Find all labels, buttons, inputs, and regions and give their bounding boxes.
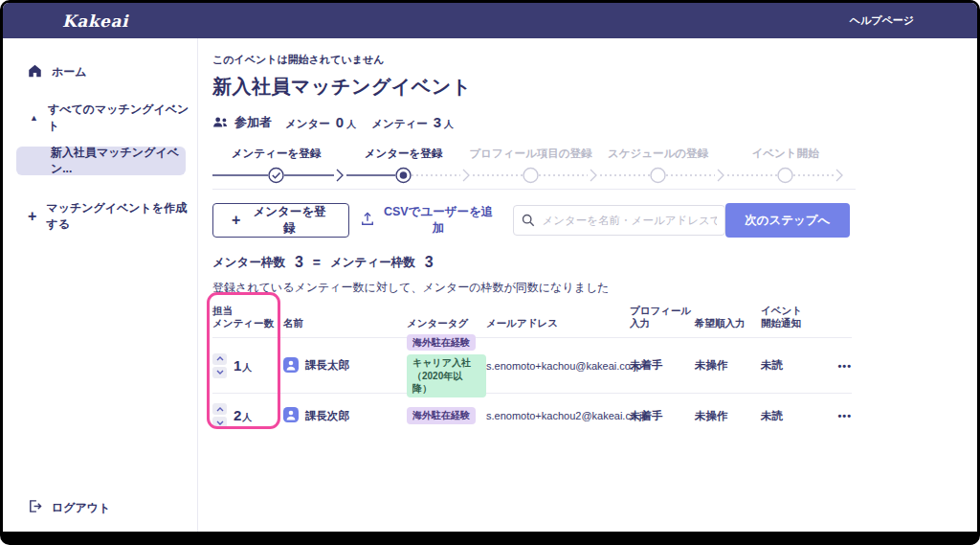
search-icon <box>522 214 535 227</box>
sidebar-all-events-label: すべてのマッチングイベント <box>48 102 197 134</box>
slot-counts: メンター枠数 3 = メンティー枠数 3 <box>212 254 977 271</box>
sidebar-item-create-event[interactable]: + マッチングイベントを作成する <box>28 200 197 233</box>
mentee-count-value: 3 <box>434 114 441 130</box>
screenshot-frame: Kakeai ヘルプページ ホーム ▲ すべてのマッチングイベント 新入社員マッ… <box>0 0 980 545</box>
decrement-button[interactable] <box>212 417 227 428</box>
count-stepper <box>212 353 227 378</box>
toolbar: + メンターを登録 CSVでユーザーを追加 次のステップへ <box>212 203 850 238</box>
preference-status: 未操作 <box>695 358 761 373</box>
increment-button[interactable] <box>212 353 227 365</box>
sidebar-item-home[interactable]: ホーム <box>28 64 197 80</box>
assigned-count-value: 1 <box>234 357 241 374</box>
chevron-up-icon <box>216 356 224 361</box>
mentor-slots-value: 3 <box>295 254 303 271</box>
mentor-name: 課長太郎 <box>305 358 349 373</box>
header-event-notification: イベント 開始通知 <box>761 305 826 330</box>
notification-status: 未読 <box>761 358 826 373</box>
profile-status: 未着手 <box>630 358 695 373</box>
mentee-slots-label: メンティー枠数 <box>330 255 415 271</box>
table-row: 2人 課長次郎 海外駐在経験 s.enomoto+kachou2@kakeai.… <box>212 394 852 438</box>
logout-button[interactable]: ログアウト <box>28 499 110 516</box>
step-label-schedule[interactable]: スケジュールの登録 <box>594 147 722 161</box>
mentee-slots-value: 3 <box>425 254 434 271</box>
logout-icon <box>28 499 42 516</box>
decrement-button[interactable] <box>212 367 227 378</box>
step-label-event-start[interactable]: イベント開始 <box>722 147 849 161</box>
chevron-down-icon <box>216 370 224 375</box>
app-window: Kakeai ヘルプページ ホーム ▲ すべてのマッチングイベント 新入社員マッ… <box>3 3 977 532</box>
sidebar: ホーム ▲ すべてのマッチングイベント 新入社員マッチングイベン... + マッ… <box>3 38 198 532</box>
mentor-tag-badge: 海外駐在経験 <box>407 407 476 424</box>
kakeai-logo: Kakeai <box>62 11 128 31</box>
assigned-mentee-count-cell: 2人 <box>212 403 283 428</box>
mentor-count-value: 0 <box>336 114 344 130</box>
header-name: 名前 <box>283 317 407 330</box>
topbar: Kakeai ヘルプページ <box>3 3 977 38</box>
header-profile-input: プロフィール 入力 <box>630 305 695 330</box>
mentee-count-label: メンティー <box>371 117 428 131</box>
profile-status: 未着手 <box>630 409 695 423</box>
notification-status: 未読 <box>761 409 826 423</box>
logout-label: ログアウト <box>52 500 110 516</box>
mentor-email: s.enomoto+kachou@kakeai.co.jp <box>486 360 630 372</box>
mentor-tags-cell: 海外駐在経験 <box>407 407 486 424</box>
participants-icon <box>212 116 229 130</box>
section-divider <box>212 189 856 190</box>
mentor-table: 担当 メンティー数 名前 メンタータグ メールアドレス プロフィール 入力 希望… <box>212 306 852 438</box>
plus-icon: + <box>232 213 240 228</box>
sidebar-item-all-events[interactable]: ▲ すべてのマッチングイベント <box>30 102 197 134</box>
mentor-slots-label: メンター枠数 <box>212 255 285 271</box>
mentor-email: s.enomoto+kachou2@kakeai.co.jp <box>486 410 630 421</box>
slot-counts-note: 登録されているメンティー数に対して、メンターの枠数が同数になりました <box>212 280 977 296</box>
participants-summary: 参加者 メンター 0 人 メンティー 3 人 <box>212 114 977 131</box>
assigned-count-value: 2 <box>234 407 241 423</box>
sidebar-item-selected-event[interactable]: 新入社員マッチングイベン... <box>16 147 186 175</box>
collapse-triangle-icon: ▲ <box>30 113 38 123</box>
sidebar-create-event-label: マッチングイベントを作成する <box>46 200 197 233</box>
mentor-tag-badge: キャリア入社 （2020年以降） <box>407 354 486 397</box>
mentor-search <box>513 205 725 236</box>
chevron-down-icon <box>216 420 224 425</box>
step-label-register-mentees[interactable]: メンティーを登録 <box>212 147 340 161</box>
step-label-profile-items[interactable]: プロフィール項目の登録 <box>467 147 594 161</box>
preference-status: 未操作 <box>695 409 761 423</box>
mentor-count-label: メンター <box>285 117 330 131</box>
count-stepper <box>212 403 227 428</box>
csv-upload-button[interactable]: CSVでユーザーを追加 <box>361 204 497 237</box>
table-header-row: 担当 メンティー数 名前 メンタータグ メールアドレス プロフィール 入力 希望… <box>212 306 852 338</box>
event-status-note: このイベントは開始されていません <box>212 53 977 67</box>
main-content: このイベントは開始されていません 新入社員マッチングイベント 参加者 メンター … <box>198 38 977 532</box>
stepper-progress-line <box>212 163 849 188</box>
row-more-menu-icon[interactable]: ••• <box>826 410 852 421</box>
sidebar-selected-event-label: 新入社員マッチングイベン... <box>51 145 186 177</box>
csv-upload-label: CSVでユーザーを追加 <box>381 204 497 237</box>
mentor-name: 課長次郎 <box>305 409 349 423</box>
header-email: メールアドレス <box>486 317 630 330</box>
help-page-link[interactable]: ヘルプページ <box>850 13 914 28</box>
increment-button[interactable] <box>212 403 227 415</box>
mentor-tags-cell: 海外駐在経験 キャリア入社 （2020年以降） <box>407 334 486 397</box>
avatar-icon <box>283 407 299 424</box>
step-label-register-mentors[interactable]: メンターを登録 <box>340 147 467 161</box>
plus-icon: + <box>28 209 36 224</box>
assigned-mentee-count-cell: 1人 <box>212 353 283 378</box>
add-mentor-button[interactable]: + メンターを登録 <box>212 203 349 238</box>
header-preference-input: 希望順入力 <box>695 317 761 330</box>
page-title: 新入社員マッチングイベント <box>212 74 977 100</box>
add-mentor-label: メンターを登録 <box>249 204 329 237</box>
chevron-up-icon <box>216 407 224 412</box>
table-row: 1人 課長太郎 海外駐在経験 キャリア入社 （2020年以降） s.enomot… <box>212 338 852 394</box>
mentor-name-cell: 課長太郎 <box>283 357 407 375</box>
row-more-menu-icon[interactable]: ••• <box>826 360 852 372</box>
home-icon <box>28 64 42 80</box>
next-step-button[interactable]: 次のステップへ <box>725 203 850 238</box>
sidebar-home-label: ホーム <box>52 64 87 80</box>
participants-label: 参加者 <box>234 114 272 131</box>
header-assigned-mentees: 担当 メンティー数 <box>212 305 283 330</box>
upload-icon <box>361 212 374 229</box>
mentor-tag-badge: 海外駐在経験 <box>407 334 476 352</box>
search-input[interactable] <box>513 205 725 236</box>
equals-sign: = <box>313 255 321 270</box>
mentor-name-cell: 課長次郎 <box>283 407 407 424</box>
header-mentor-tag: メンタータグ <box>407 317 486 330</box>
